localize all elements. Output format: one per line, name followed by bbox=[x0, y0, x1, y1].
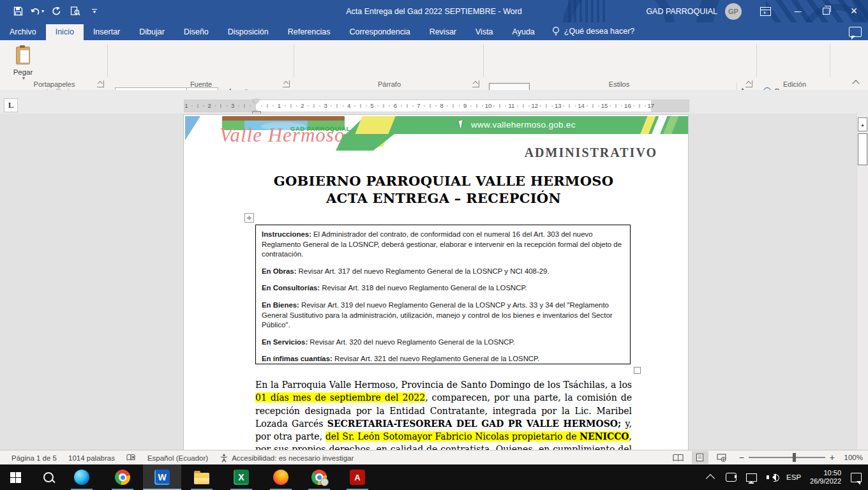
document-page[interactable]: Valle Hermoso GAD PARROQUIAL www.vallehe… bbox=[184, 115, 688, 450]
close-button[interactable]: × bbox=[840, 0, 868, 22]
tab-diseno[interactable]: Diseño bbox=[174, 24, 218, 40]
instruction-paragraph: En Servicios: Revisar Art. 320 del nuevo… bbox=[262, 338, 624, 348]
tab-dibujar[interactable]: Dibujar bbox=[130, 24, 174, 40]
ruler-tick bbox=[401, 105, 401, 107]
ruler-tick bbox=[227, 105, 227, 107]
collapse-ribbon-icon[interactable] bbox=[851, 80, 860, 86]
save-icon[interactable] bbox=[10, 3, 26, 20]
print-layout-button[interactable] bbox=[692, 451, 708, 464]
ruler-tick bbox=[552, 105, 553, 107]
tab-insertar[interactable]: Insertar bbox=[84, 24, 130, 40]
minimize-button[interactable]: ─ bbox=[784, 0, 812, 22]
account-avatar[interactable]: GP bbox=[725, 3, 742, 20]
banner-end-stripes bbox=[632, 116, 688, 134]
ruler-tick bbox=[517, 105, 518, 107]
word-count[interactable]: 1014 palabras bbox=[68, 454, 115, 462]
scroll-up-icon[interactable]: ▲ bbox=[858, 117, 867, 131]
ruler-tick bbox=[221, 104, 221, 108]
zoom-in-icon[interactable]: + bbox=[830, 454, 835, 461]
tab-referencias[interactable]: Referencias bbox=[278, 24, 340, 40]
styles-dialog-launcher[interactable] bbox=[745, 80, 752, 87]
group-separator bbox=[830, 44, 830, 77]
title-bar: ▾ ▼ Acta Entrega del Gad 2022 SEPTIEMBRE… bbox=[0, 0, 868, 22]
tell-me-box[interactable]: ¿Qué desea hacer? bbox=[544, 23, 643, 40]
tab-archivo[interactable]: Archivo bbox=[0, 24, 46, 40]
font-dialog-launcher[interactable] bbox=[283, 80, 290, 87]
taskbar-excel[interactable]: X bbox=[226, 464, 257, 490]
tab-correspondencia[interactable]: Correspondencia bbox=[340, 24, 419, 40]
scrollbar-thumb[interactable] bbox=[858, 133, 867, 165]
web-layout-button[interactable] bbox=[714, 451, 730, 464]
keyboard-language[interactable]: ESP bbox=[786, 473, 801, 481]
zoom-slider[interactable] bbox=[749, 457, 825, 458]
accessibility-status[interactable]: Accesibilidad: es necesario investigar bbox=[220, 454, 354, 463]
volume-icon[interactable] bbox=[766, 471, 777, 483]
meet-now-icon[interactable] bbox=[725, 471, 737, 483]
vertical-scrollbar[interactable]: ▲ bbox=[857, 114, 868, 450]
ruler-tick: 5 bbox=[370, 100, 373, 111]
read-mode-button[interactable] bbox=[670, 451, 687, 464]
feedback-icon[interactable] bbox=[849, 27, 862, 37]
header-green-banner: www.vallehermoso.gob.ec bbox=[346, 116, 688, 134]
taskbar-word-active[interactable]: W bbox=[143, 464, 181, 490]
table-move-handle[interactable]: ✛ bbox=[244, 213, 254, 223]
tray-expand-icon[interactable] bbox=[705, 471, 716, 483]
ruler[interactable]: 3211234567891011121314151617 bbox=[184, 100, 689, 112]
tab-stop-selector[interactable]: L bbox=[4, 98, 18, 112]
zoom-level[interactable]: 100% bbox=[840, 454, 863, 461]
action-center-icon[interactable] bbox=[850, 471, 862, 483]
language-indicator[interactable]: Español (Ecuador) bbox=[147, 454, 208, 462]
clipboard-dialog-launcher[interactable] bbox=[97, 80, 104, 87]
ruler-tick bbox=[337, 104, 338, 108]
undo-dropdown-icon[interactable]: ▾ bbox=[41, 8, 44, 14]
ruler-tick bbox=[564, 105, 564, 107]
ruler-tick bbox=[331, 105, 332, 107]
ribbon-display-options-icon[interactable] bbox=[756, 3, 775, 20]
zoom-out-icon[interactable]: − bbox=[739, 454, 744, 461]
network-icon[interactable] bbox=[745, 471, 757, 483]
undo-icon[interactable]: ▾ bbox=[29, 3, 45, 20]
tab-vista[interactable]: Vista bbox=[466, 24, 503, 40]
paste-dropdown-icon[interactable]: ▼ bbox=[22, 76, 26, 80]
taskbar-chrome-profile[interactable] bbox=[304, 464, 334, 490]
instruction-label: Instrucciones: bbox=[262, 230, 311, 238]
taskbar-chrome[interactable] bbox=[107, 464, 138, 490]
print-preview-icon[interactable] bbox=[68, 3, 83, 20]
paragraph-dialog-launcher[interactable] bbox=[472, 80, 479, 87]
table-resize-handle[interactable] bbox=[634, 367, 641, 374]
customize-qat-icon[interactable]: ▼ bbox=[87, 3, 102, 20]
proofing-status[interactable] bbox=[126, 454, 136, 462]
taskbar-edge[interactable] bbox=[66, 464, 97, 490]
ruler-tick bbox=[267, 104, 268, 108]
system-tray: ESP 10:50 26/9/2022 bbox=[705, 464, 868, 490]
tab-ayuda[interactable]: Ayuda bbox=[503, 24, 544, 40]
taskbar-firefox[interactable] bbox=[266, 464, 296, 490]
taskbar-search-button[interactable] bbox=[33, 464, 64, 490]
ruler-tick bbox=[366, 105, 366, 107]
tab-inicio[interactable]: Inicio bbox=[46, 24, 84, 40]
instruction-paragraph: En Consultorías: Revisar Art. 318 del nu… bbox=[262, 283, 624, 293]
start-button[interactable] bbox=[0, 464, 31, 490]
taskbar-acrobat[interactable]: A bbox=[342, 464, 373, 490]
restore-button[interactable] bbox=[812, 0, 840, 22]
redo-icon[interactable] bbox=[49, 3, 64, 20]
instructions-table[interactable]: Instrucciones: El Administrador del cont… bbox=[255, 225, 631, 364]
body-paragraph[interactable]: En la Parroquia Valle Hermoso, Provincia… bbox=[255, 378, 632, 450]
account-name[interactable]: GAD PARROQUIAL bbox=[646, 7, 717, 16]
taskbar-file-explorer[interactable] bbox=[186, 464, 217, 490]
paste-clipboard-icon bbox=[16, 47, 30, 64]
zoom-slider-handle[interactable] bbox=[793, 453, 796, 462]
tab-disposicion[interactable]: Disposición bbox=[218, 24, 278, 40]
instruction-paragraph: En Bienes: Revisar Art. 319 del nuevo Re… bbox=[262, 301, 624, 330]
page-indicator[interactable]: Página 1 de 5 bbox=[11, 454, 57, 462]
ruler-tick bbox=[587, 105, 587, 107]
group-separator bbox=[756, 44, 757, 77]
instruction-text: Revisar Art. 317 del nuevo Reglamento Ge… bbox=[296, 267, 549, 275]
document-title[interactable]: GOBIERNO PARROQUIAL VALLE HERMOSO ACTA E… bbox=[255, 172, 632, 207]
ruler-tick bbox=[546, 104, 547, 108]
ruler-tick bbox=[384, 104, 384, 108]
instruction-label: En Obras: bbox=[262, 267, 296, 275]
tab-revisar[interactable]: Revisar bbox=[420, 24, 466, 40]
ruler-band: L 3211234567891011121314151617 bbox=[0, 90, 868, 114]
clock[interactable]: 10:50 26/9/2022 bbox=[810, 469, 841, 486]
